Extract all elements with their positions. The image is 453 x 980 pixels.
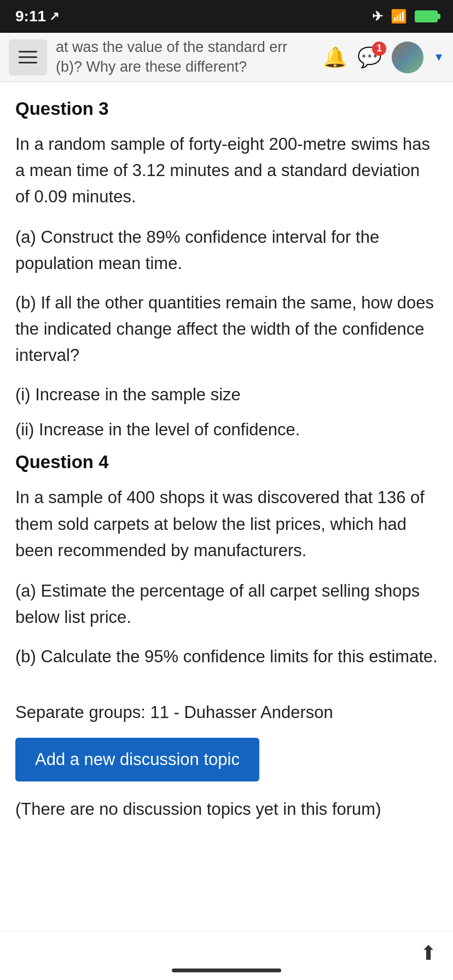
status-left: 9:11 ↗ xyxy=(15,8,59,25)
nav-bar: at was the value of the standard err (b)… xyxy=(0,33,453,82)
battery-icon xyxy=(415,10,438,22)
bottom-bar: ⬆ xyxy=(0,931,453,980)
question-3-paragraph: In a random sample of forty-eight 200-me… xyxy=(15,131,438,210)
question-3-part-b-i: (i) Increase in the sample size xyxy=(15,382,438,408)
question-4-section: Question 4 In a sample of 400 shops it w… xyxy=(15,452,438,669)
status-right: ✈ 📶 xyxy=(372,9,438,24)
add-discussion-button[interactable]: Add a new discussion topic xyxy=(15,738,259,781)
avatar-image xyxy=(392,42,423,73)
avatar[interactable] xyxy=(392,42,423,73)
hamburger-line xyxy=(19,62,37,63)
wifi-icon: 📶 xyxy=(391,9,407,24)
location-arrow-icon: ↗ xyxy=(49,9,59,24)
status-bar: 9:11 ↗ ✈ 📶 xyxy=(0,0,453,33)
airplane-icon: ✈ xyxy=(372,9,383,24)
question-4-heading: Question 4 xyxy=(15,452,438,472)
no-topics-text: (There are no discussion topics yet in t… xyxy=(15,797,438,822)
hamburger-line xyxy=(19,56,37,58)
question-4-paragraph: In a sample of 400 shops it was discover… xyxy=(15,485,438,563)
hamburger-line xyxy=(19,51,37,52)
question-3-part-a: (a) Construct the 89% confidence interva… xyxy=(15,224,438,277)
nav-title-area: at was the value of the standard err (b)… xyxy=(56,38,314,76)
nav-scrolled-text: at was the value of the standard err (b)… xyxy=(56,38,314,76)
time-display: 9:11 xyxy=(15,8,46,25)
main-content: Question 3 In a random sample of forty-e… xyxy=(0,82,453,844)
hamburger-button[interactable] xyxy=(9,39,47,75)
bell-icon[interactable]: 🔔 xyxy=(323,46,347,69)
question-4-part-a: (a) Estimate the percentage of all carpe… xyxy=(15,578,438,631)
question-3-part-b: (b) If all the other quantities remain t… xyxy=(15,290,438,369)
scroll-up-button[interactable]: ⬆ xyxy=(420,942,437,965)
chevron-down-icon[interactable]: ▼ xyxy=(433,51,444,63)
question-3-heading: Question 3 xyxy=(15,98,438,119)
message-badge: 1 xyxy=(372,42,386,56)
question-3-part-b-ii: (ii) Increase in the level of confidence… xyxy=(15,417,438,443)
groups-label: Separate groups: 11 - Duhasser Anderson xyxy=(15,703,438,722)
home-indicator xyxy=(172,969,281,972)
nav-icons: 🔔 💬 1 ▼ xyxy=(323,42,444,73)
question-4-part-b: (b) Calculate the 95% confidence limits … xyxy=(15,644,438,670)
question-3-section: Question 3 In a random sample of forty-e… xyxy=(15,98,438,443)
message-icon-wrapper: 💬 1 xyxy=(357,46,382,69)
footer-section: Separate groups: 11 - Duhasser Anderson … xyxy=(15,703,438,822)
